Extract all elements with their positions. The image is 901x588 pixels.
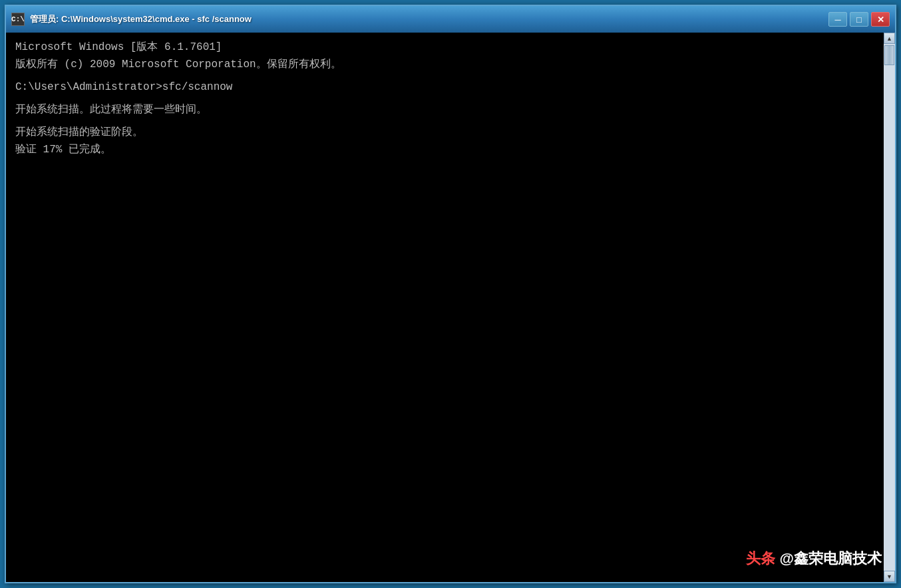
watermark: 头条 @鑫荣电脑技术 [746, 549, 882, 569]
window-title: 管理员: C:\Windows\system32\cmd.exe - sfc /… [30, 13, 828, 25]
close-icon: ✕ [877, 15, 884, 25]
terminal-line-line6: 验证 17% 已完成。 [15, 142, 874, 158]
title-bar: C:\ 管理员: C:\Windows\system32\cmd.exe - s… [6, 6, 895, 33]
title-bar-buttons: ─ □ ✕ [828, 12, 890, 27]
terminal-content[interactable]: Microsoft Windows [版本 6.1.7601]版权所有 (c) … [6, 33, 884, 582]
window-icon: C:\ [11, 13, 25, 26]
window-icon-text: C:\ [11, 15, 25, 23]
window-body: Microsoft Windows [版本 6.1.7601]版权所有 (c) … [6, 33, 895, 582]
scroll-up-button[interactable]: ▲ [884, 33, 895, 44]
minimize-button[interactable]: ─ [828, 12, 847, 27]
minimize-icon: ─ [834, 15, 840, 25]
scroll-track[interactable] [884, 44, 895, 571]
scrollbar[interactable]: ▲ ▼ [884, 33, 895, 582]
cmd-window: C:\ 管理员: C:\Windows\system32\cmd.exe - s… [5, 5, 896, 583]
scroll-thumb[interactable] [884, 45, 894, 65]
terminal-line-line5: 开始系统扫描的验证阶段。 [15, 124, 874, 140]
close-button[interactable]: ✕ [871, 12, 890, 27]
maximize-icon: □ [856, 15, 862, 25]
terminal-line-line4: 开始系统扫描。此过程将需要一些时间。 [15, 102, 874, 118]
terminal-line-line2: 版权所有 (c) 2009 Microsoft Corporation。保留所有… [15, 57, 874, 73]
terminal-line-line3: C:\Users\Administrator>sfc/scannow [15, 79, 874, 95]
watermark-suffix: @鑫荣电脑技术 [780, 550, 882, 567]
watermark-prefix: 头条 [746, 550, 775, 567]
maximize-button[interactable]: □ [850, 12, 868, 27]
terminal-line-line1: Microsoft Windows [版本 6.1.7601] [15, 39, 874, 55]
scroll-down-button[interactable]: ▼ [884, 571, 895, 582]
